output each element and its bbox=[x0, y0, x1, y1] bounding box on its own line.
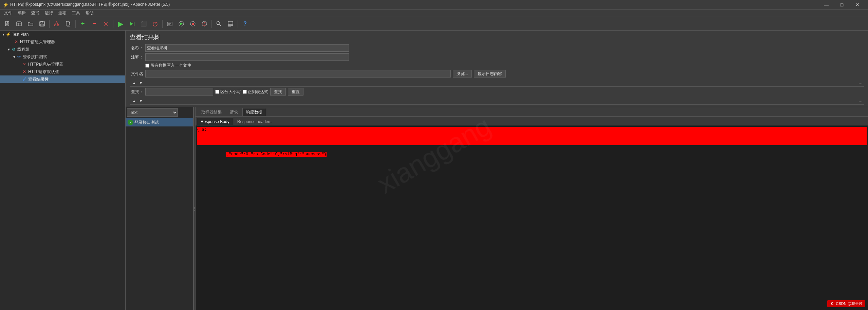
toolbar-remote-start-button[interactable] bbox=[176, 18, 187, 29]
tree-item-login-test[interactable]: ▼ ✏ 登录接口测试 bbox=[0, 53, 125, 61]
toolbar-save-button[interactable] bbox=[37, 18, 48, 29]
toolbar-sep-4 bbox=[162, 20, 163, 28]
tab-response-data[interactable]: 响应数据 bbox=[242, 108, 266, 116]
toolbar-shutdown-button[interactable] bbox=[150, 18, 161, 29]
case-sensitive-label[interactable]: 区分大小写 bbox=[215, 89, 241, 95]
tab-sampler-result[interactable]: 取样器结果 bbox=[198, 108, 225, 116]
toolbar-remote-shutdown-button[interactable] bbox=[199, 18, 210, 29]
menu-help[interactable]: 帮助 bbox=[83, 10, 96, 17]
mini-toolbar-top: ▲ ▼ ··· bbox=[130, 79, 864, 87]
toolbar-script-button[interactable] bbox=[164, 18, 175, 29]
toggle-thread-group[interactable]: ▼ bbox=[7, 47, 11, 51]
toolbar-help-button[interactable]: ? bbox=[240, 18, 251, 29]
dots-menu-bottom[interactable]: ··· bbox=[858, 98, 863, 104]
tab-request[interactable]: 请求 bbox=[226, 108, 242, 116]
http-header-2-icon: ✕ bbox=[22, 62, 27, 67]
move-up-button[interactable]: ▲ bbox=[131, 80, 137, 86]
main-layout: ▼ ⚡ Test Plan ✕ HTTP信息头管理器 ▼ ⚙ 线程组 ▼ ✏ 登… bbox=[0, 31, 868, 310]
toolbar-stop-button[interactable]: ⬛ bbox=[138, 18, 149, 29]
file-row: 文件名 浏览... 显示日志内容 bbox=[130, 70, 864, 78]
close-button[interactable]: ✕ bbox=[850, 0, 865, 10]
tree-label-login-test: 登录接口测试 bbox=[23, 54, 47, 60]
thread-group-icon: ⚙ bbox=[11, 47, 16, 52]
toggle-test-plan[interactable]: ▼ bbox=[1, 32, 5, 36]
dots-menu-top[interactable]: ··· bbox=[858, 80, 863, 86]
find-button[interactable]: 查找 bbox=[270, 88, 286, 96]
regex-label[interactable]: 正则表达式 bbox=[243, 89, 268, 95]
toolbar-remove-button[interactable]: − bbox=[89, 18, 100, 29]
menu-run[interactable]: 运行 bbox=[42, 10, 56, 17]
regex-checkbox[interactable] bbox=[243, 90, 247, 94]
menu-edit[interactable]: 编辑 bbox=[15, 10, 29, 17]
maximize-button[interactable]: □ bbox=[834, 0, 850, 10]
toolbar-cut-button[interactable] bbox=[51, 18, 62, 29]
toolbar-template-button[interactable] bbox=[14, 18, 24, 29]
tree-item-test-plan[interactable]: ▼ ⚡ Test Plan bbox=[0, 31, 125, 38]
toolbar-reset-gui-button[interactable] bbox=[225, 18, 236, 29]
toolbar-open-button[interactable] bbox=[25, 18, 36, 29]
minimize-button[interactable]: — bbox=[818, 0, 834, 10]
search-input[interactable] bbox=[145, 88, 213, 96]
toolbar-sep-6 bbox=[238, 20, 238, 28]
all-data-checkbox[interactable] bbox=[145, 64, 149, 68]
file-input[interactable] bbox=[145, 70, 451, 78]
toolbar-remote-stop-button[interactable] bbox=[187, 18, 198, 29]
svg-rect-25 bbox=[192, 23, 194, 25]
tree-item-http-header-1[interactable]: ✕ HTTP信息头管理器 bbox=[0, 38, 125, 46]
menu-options[interactable]: 选项 bbox=[56, 10, 69, 17]
move-up-button-2[interactable]: ▲ bbox=[131, 98, 137, 104]
toggle-http-header-2 bbox=[18, 62, 22, 66]
reset-button[interactable]: 重置 bbox=[288, 88, 303, 96]
vrt-header: 查看结果树 名称： 注释： 所有数据写入一个文件 文件名 bbox=[126, 31, 868, 107]
menu-find[interactable]: 查找 bbox=[29, 10, 42, 17]
toolbar-sep-3 bbox=[113, 20, 113, 28]
sub-tab-response-headers[interactable]: Response headers bbox=[234, 118, 275, 125]
menu-tools[interactable]: 工具 bbox=[69, 10, 83, 17]
svg-point-9 bbox=[55, 24, 56, 26]
toolbar-new-button[interactable] bbox=[2, 18, 13, 29]
tree-label-view-results-tree: 查看结果树 bbox=[28, 76, 49, 82]
display-log-button[interactable]: 显示日志内容 bbox=[474, 70, 506, 78]
title-bar: ⚡ HTTP请求-post.jmx (C:\Users\xianggang.ha… bbox=[0, 0, 868, 10]
browse-button[interactable]: 浏览... bbox=[453, 70, 472, 78]
title-bar-controls: — □ ✕ bbox=[818, 0, 865, 10]
tree-label-thread-group: 线程组 bbox=[17, 47, 30, 52]
all-data-label-spacer bbox=[130, 63, 143, 68]
tree-item-thread-group[interactable]: ▼ ⚙ 线程组 bbox=[0, 46, 125, 53]
all-data-checkbox-label[interactable]: 所有数据写入一个文件 bbox=[145, 63, 191, 68]
toggle-http-header-1 bbox=[10, 40, 14, 44]
all-data-row: 所有数据写入一个文件 bbox=[130, 63, 864, 68]
move-down-button[interactable]: ▼ bbox=[138, 80, 144, 86]
sub-tab-response-body[interactable]: Response Body bbox=[197, 118, 233, 125]
comment-input[interactable] bbox=[145, 53, 349, 61]
case-sensitive-checkbox[interactable] bbox=[215, 90, 219, 94]
result-item-login[interactable]: ✓ 登录接口测试 bbox=[126, 118, 193, 126]
name-input[interactable] bbox=[145, 44, 349, 52]
tree-item-http-defaults[interactable]: ✕ HTTP请求默认值 bbox=[0, 68, 125, 75]
title-bar-left: ⚡ HTTP请求-post.jmx (C:\Users\xianggang.ha… bbox=[3, 2, 170, 7]
toggle-login-test[interactable]: ▼ bbox=[12, 55, 16, 59]
toolbar-copy-button[interactable] bbox=[63, 18, 74, 29]
results-list-panel: Text RegExp Tester CSS/JQuery JSON Path … bbox=[126, 107, 193, 310]
toolbar-start-button[interactable]: ▶ bbox=[115, 18, 126, 29]
toolbar: + − ▶ ⬛ bbox=[0, 17, 868, 31]
all-data-text: 所有数据写入一个文件 bbox=[150, 63, 191, 68]
toolbar-clear-button[interactable] bbox=[100, 18, 111, 29]
tree-item-view-results-tree[interactable]: 🖊 查看结果树 bbox=[0, 75, 125, 83]
svg-line-12 bbox=[57, 21, 58, 24]
toolbar-sep-1 bbox=[49, 20, 50, 28]
toolbar-start-nopause-button[interactable] bbox=[127, 18, 137, 29]
login-test-icon: ✏ bbox=[16, 54, 22, 59]
tree-item-http-header-2[interactable]: ✕ HTTP信息头管理器 bbox=[0, 61, 125, 68]
toolbar-add-button[interactable]: + bbox=[77, 18, 88, 29]
regex-text: 正则表达式 bbox=[248, 89, 268, 95]
menu-file[interactable]: 文件 bbox=[1, 10, 15, 17]
move-down-button-2[interactable]: ▼ bbox=[138, 98, 144, 104]
tree-label-http-header-1: HTTP信息头管理器 bbox=[20, 39, 55, 45]
http-defaults-icon: ✕ bbox=[22, 69, 27, 74]
view-type-selector[interactable]: Text RegExp Tester CSS/JQuery JSON Path … bbox=[127, 108, 178, 117]
toolbar-search-button[interactable] bbox=[214, 18, 224, 29]
svg-rect-19 bbox=[167, 22, 172, 26]
app-icon: ⚡ bbox=[3, 2, 8, 7]
splitter-area: Text RegExp Tester CSS/JQuery JSON Path … bbox=[126, 107, 868, 310]
